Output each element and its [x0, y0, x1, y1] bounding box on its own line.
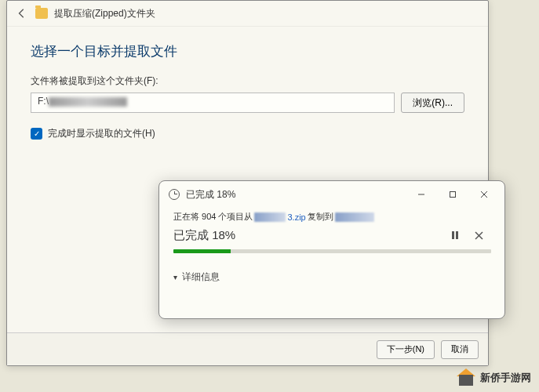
window-controls — [406, 183, 500, 206]
content-area: 选择一个目标并提取文件 文件将被提取到这个文件夹(F): F:\ 浏览(R)..… — [7, 27, 488, 156]
browse-button[interactable]: 浏览(R)... — [401, 93, 464, 113]
copy-progress-dialog: 已完成 18% 正在将 904 个项目从 3.zip 复制到 已完成 18% — [158, 180, 505, 319]
close-button[interactable] — [468, 183, 500, 206]
progress-status-text: 已完成 18% — [173, 228, 443, 243]
cancel-button[interactable]: 取消 — [441, 340, 479, 359]
chevron-down-icon: ▾ — [173, 273, 177, 281]
svg-rect-1 — [450, 192, 456, 198]
folder-icon — [35, 8, 48, 19]
progress-body: 正在将 904 个项目从 3.zip 复制到 已完成 18% ▾ 详细信息 — [159, 208, 504, 287]
redacted-source — [254, 212, 286, 222]
watermark: 新侨手游网 — [457, 370, 531, 386]
pause-button[interactable] — [443, 226, 467, 245]
path-row: F:\ 浏览(R)... — [31, 93, 464, 113]
next-button[interactable]: 下一步(N) — [377, 340, 435, 359]
page-heading: 选择一个目标并提取文件 — [31, 42, 464, 60]
details-toggle[interactable]: ▾ 详细信息 — [173, 270, 490, 284]
destination-path-input[interactable]: F:\ — [31, 93, 395, 113]
checkbox-icon[interactable]: ✓ — [31, 128, 42, 140]
maximize-button[interactable] — [437, 183, 468, 206]
minimize-button[interactable] — [406, 183, 437, 206]
progress-dialog-title: 已完成 18% — [186, 188, 399, 201]
titlebar: 提取压缩(Zipped)文件夹 — [7, 1, 488, 27]
cancel-copy-button[interactable] — [467, 226, 490, 245]
wizard-footer: 下一步(N) 取消 — [7, 332, 488, 365]
window-title: 提取压缩(Zipped)文件夹 — [54, 7, 155, 20]
svg-rect-4 — [452, 231, 454, 239]
progress-titlebar: 已完成 18% — [159, 181, 504, 208]
svg-rect-5 — [456, 231, 458, 239]
checkbox-label: 完成时显示提取的文件(H) — [48, 127, 155, 140]
progress-fill — [173, 249, 231, 253]
progress-bar — [173, 249, 491, 253]
back-arrow-icon[interactable] — [15, 6, 29, 20]
watermark-logo-icon — [457, 370, 475, 386]
redacted-dest — [335, 212, 374, 222]
redacted-path — [49, 97, 127, 107]
progress-status-row: 已完成 18% — [173, 226, 490, 245]
clock-icon — [169, 189, 180, 200]
show-files-checkbox-row[interactable]: ✓ 完成时显示提取的文件(H) — [31, 127, 464, 140]
copy-item-text: 正在将 904 个项目从 3.zip 复制到 — [173, 211, 490, 223]
path-label: 文件将被提取到这个文件夹(F): — [31, 74, 464, 88]
